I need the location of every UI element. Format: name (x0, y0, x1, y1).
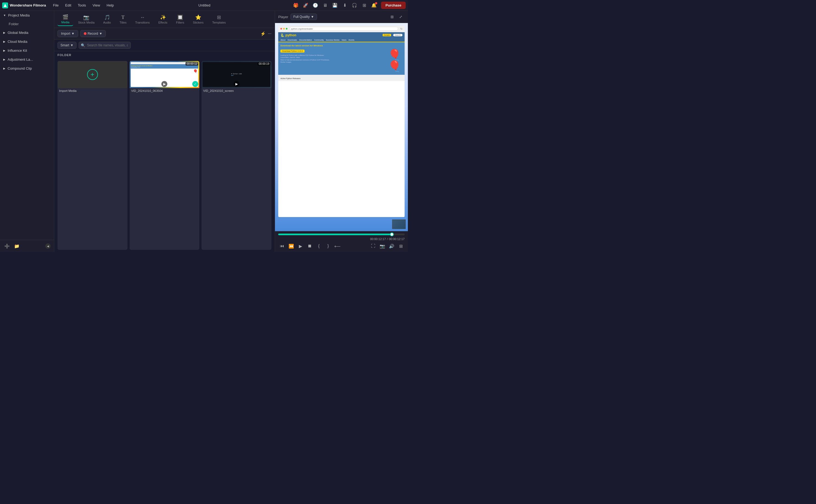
headphones-icon[interactable]: 🎧 (351, 2, 358, 9)
notification-icon[interactable]: 🔔 (370, 2, 378, 9)
python-nav-docs: Documentation (299, 39, 312, 41)
import-media-item[interactable]: + Import Media (57, 61, 127, 250)
tab-audio[interactable]: 🎵 Audio (99, 13, 115, 26)
tab-effects[interactable]: ✨ Effects (154, 13, 171, 26)
import-button[interactable]: Import ▼ (57, 30, 78, 37)
filters-tab-icon: 🔲 (177, 14, 183, 20)
python-hero-content: Download the latest version for Windows … (281, 44, 385, 73)
menu-file[interactable]: File (50, 2, 61, 8)
sidebar-item-global-media[interactable]: ▶ Global Media (0, 28, 54, 37)
tab-filters[interactable]: 🔲 Filters (172, 13, 188, 26)
snapshot-button[interactable]: 📷 (379, 242, 386, 250)
player-header: Player Full Quality ▼ ⊞ ⤢ (275, 11, 408, 23)
settings-button[interactable]: ⊞ (397, 242, 405, 250)
fullscreen-button[interactable]: ⛶ (369, 242, 377, 250)
mark-in-button[interactable]: { (315, 242, 323, 250)
player-controls: 00:00:12:17 / 00:00:12:17 ⏮ ⏪ ▶ ⏹ { } ⟵ … (275, 231, 408, 252)
tab-effects-label: Effects (158, 21, 167, 24)
max-dot (286, 28, 288, 30)
trim-button[interactable]: ⟵ (334, 242, 341, 250)
middle-panel: 🎬 Media 📷 Stock Media 🎵 Audio T Titles ↔… (54, 11, 275, 252)
grid-view-icon[interactable]: ⊞ (388, 13, 396, 21)
player-preview: python.org/downloads/ ↻ 🐍 python Donate … (275, 23, 408, 231)
corner-thumb (392, 219, 406, 229)
python-nav-success: Success Stories (326, 39, 340, 41)
mark-out-button[interactable]: } (324, 242, 332, 250)
progress-thumb (390, 232, 394, 236)
sidebar-item-folder[interactable]: Folder (0, 20, 54, 28)
monitor-icon[interactable]: 🖥 (321, 2, 329, 9)
add-folder-icon[interactable]: ➕ (3, 242, 11, 250)
sidebar-item-cloud-media[interactable]: ▶ Cloud Media (0, 37, 54, 46)
media-item-vid1[interactable]: Download the latest version for Windows … (130, 61, 199, 250)
import-label: Import (61, 32, 70, 35)
play-button[interactable]: ▶ (297, 242, 304, 250)
skip-back-button[interactable]: ⏮ (278, 242, 286, 250)
clock-icon[interactable]: 🕐 (312, 2, 319, 9)
vid2-play-icon[interactable]: ▶ (234, 81, 240, 87)
sidebar-item-label: Global Media (8, 31, 28, 35)
vid1-play-icon[interactable]: ▶ (161, 81, 167, 87)
download-icon[interactable]: ⬇ (341, 2, 349, 9)
balloon-icon-1: 🎈 (388, 49, 401, 60)
more-options-icon[interactable]: ··· (268, 31, 272, 36)
python-logo-text: 🐍 python (281, 33, 296, 37)
quality-select[interactable]: Full Quality ▼ (291, 14, 317, 20)
python-nav-downloads: Downloads (288, 39, 297, 41)
sidebar-item-adjustment[interactable]: ▶ Adjustment La... (0, 55, 54, 64)
send-icon[interactable]: 🚀 (302, 2, 310, 9)
save-icon[interactable]: 💾 (331, 2, 339, 9)
search-icon: 🔍 (81, 43, 85, 47)
folder-icon[interactable]: 📁 (13, 242, 21, 250)
tab-media[interactable]: 🎬 Media (57, 12, 73, 26)
tab-stickers[interactable]: ⭐ Stickers (189, 13, 207, 26)
menu-view[interactable]: View (90, 2, 103, 8)
tab-stock-media[interactable]: 📷 Stock Media (74, 13, 98, 26)
expand-view-icon[interactable]: ⤢ (397, 13, 405, 21)
add-media-button[interactable]: + (87, 69, 98, 80)
gift-icon[interactable]: 🎁 (292, 2, 300, 9)
purchase-button[interactable]: Purchase (381, 2, 406, 9)
filter-icon[interactable]: ⚡ (260, 31, 266, 36)
smart-dropdown-icon: ▼ (70, 43, 73, 47)
tab-stock-label: Stock Media (78, 21, 95, 24)
donate-label: Donate (383, 34, 391, 36)
record-button[interactable]: Record ▼ (80, 30, 106, 37)
python-preview-inner: python.org/downloads/ ↻ 🐍 python Donate … (278, 26, 405, 217)
menu-edit[interactable]: Edit (62, 2, 74, 8)
import-dropdown-icon: ▼ (71, 32, 75, 35)
grid-icon[interactable]: ⊞ (360, 2, 368, 9)
effects-tab-icon: ✨ (160, 14, 166, 20)
sidebar-item-compound-clip[interactable]: ▶ Compound Clip (0, 64, 54, 73)
tab-transitions[interactable]: ↔ Transitions (131, 13, 153, 26)
python-nav-about: About (281, 39, 285, 41)
vid1-duration: 00:00:12 (185, 62, 198, 66)
search-input[interactable] (79, 42, 131, 49)
stop-button[interactable]: ⏹ (306, 242, 314, 250)
python-nav-events: Events (349, 39, 354, 41)
media-toolbar: Import ▼ Record ▼ ⚡ ··· (54, 28, 275, 40)
vid1-thumb: Download the latest version for Windows … (130, 61, 199, 88)
menu-help[interactable]: Help (104, 2, 117, 8)
menu-tools[interactable]: Tools (75, 2, 89, 8)
sidebar-item-influence-kit[interactable]: ▶ Influence Kit (0, 46, 54, 55)
tab-titles[interactable]: T Titles (116, 13, 130, 26)
progress-bar[interactable] (278, 234, 405, 235)
transitions-tab-icon: ↔ (140, 15, 145, 20)
frame-back-button[interactable]: ⏪ (288, 242, 295, 250)
import-media-label: Import Media (57, 88, 127, 93)
arrow-icon: ▼ (3, 14, 6, 17)
sidebar-item-project-media[interactable]: ▼ Project Media (0, 11, 54, 20)
player-label: Player (278, 15, 288, 19)
tab-audio-label: Audio (103, 21, 111, 24)
sidebar-item-label: Cloud Media (8, 40, 27, 44)
time-display: 00:00:12:17 / 00:00:12:17 (278, 237, 405, 241)
search-wrap: 🔍 (79, 42, 272, 49)
tab-templates[interactable]: ⊞ Templates (208, 13, 230, 26)
media-item-vid2[interactable]: # Python code def 00:00:19 ▶ VID_2024101… (201, 61, 272, 250)
smart-select[interactable]: Smart ▼ (57, 42, 76, 49)
volume-button[interactable]: 🔊 (388, 242, 395, 250)
player-view-icons: ⊞ ⤢ (388, 13, 405, 21)
tab-filters-label: Filters (176, 21, 184, 24)
collapse-sidebar-button[interactable]: ◀ (45, 243, 51, 249)
